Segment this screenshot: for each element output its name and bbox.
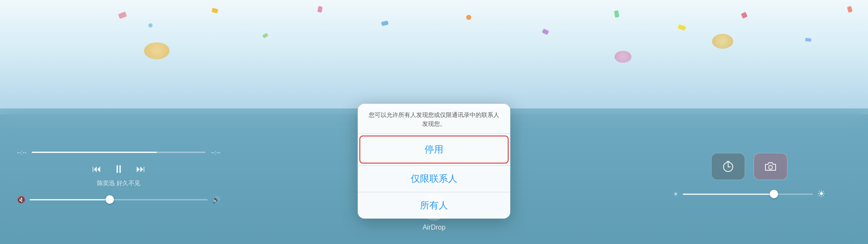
popup-option-contacts-label: 仅限联系人: [411, 172, 457, 185]
popup-divider-1: [358, 133, 510, 134]
popup-description: 您可以允许所有人发现您或仅限通讯录中的联系人发现您。: [358, 104, 510, 133]
popup-option-disable[interactable]: 停用: [359, 136, 509, 164]
airdrop-popup-overlay: 您可以允许所有人发现您或仅限通讯录中的联系人发现您。 停用 仅限联系人 所有人: [0, 0, 868, 244]
popup-option-everyone[interactable]: 所有人: [358, 192, 510, 219]
popup-option-everyone-label: 所有人: [420, 199, 448, 212]
popup-option-contacts[interactable]: 仅限联系人: [358, 166, 510, 192]
popup-option-disable-label: 停用: [425, 143, 443, 156]
airdrop-popup: 您可以允许所有人发现您或仅限通讯录中的联系人发现您。 停用 仅限联系人 所有人: [358, 104, 510, 219]
